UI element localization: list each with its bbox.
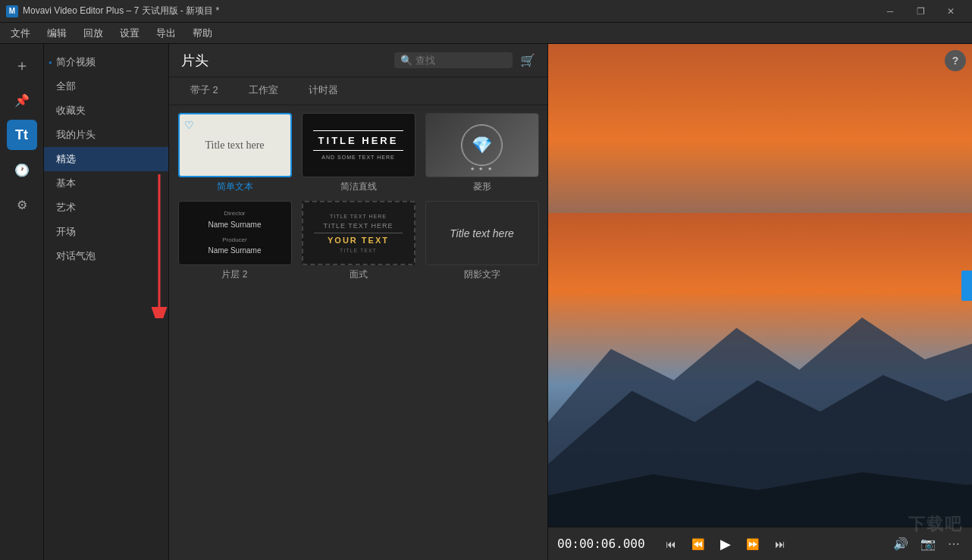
template-thumb-simple-text[interactable]: ♡ Title text here bbox=[178, 113, 292, 177]
nav-my-titles[interactable]: 我的片头 bbox=[44, 123, 168, 147]
app-logo: M bbox=[6, 5, 18, 17]
more-button[interactable]: ⋯ bbox=[945, 533, 963, 554]
content-header: 片头 🔍 🛒 bbox=[169, 44, 547, 77]
nav-intro-video[interactable]: 简介视频 bbox=[44, 50, 168, 74]
main-area: ＋ 📌 Tt 🕐 ⚙ 简介视频 全部 收藏夹 我的片头 精选 基本 艺术 开场 … bbox=[0, 44, 972, 560]
menu-edit[interactable]: 编辑 bbox=[39, 24, 74, 42]
thumb-your-text: YOUR TEXT bbox=[314, 233, 403, 245]
scroll-right-indicator bbox=[961, 271, 972, 301]
preview-background bbox=[548, 44, 972, 527]
content-panel: 片头 🔍 🛒 带子 2 工作室 计时器 ♡ Title text here 简单… bbox=[169, 44, 548, 560]
cat-tab-timer[interactable]: 计时器 bbox=[293, 77, 353, 105]
preview-area: ? bbox=[548, 44, 972, 527]
nav-opening[interactable]: 开场 bbox=[44, 220, 168, 244]
template-thumb-clean-line[interactable]: TITLE HERE AND SOME TEXT HERE bbox=[302, 113, 415, 177]
nav-art[interactable]: 艺术 bbox=[44, 196, 168, 220]
cat-tab-studio[interactable]: 工作室 bbox=[234, 77, 293, 105]
template-label-director: 片层 2 bbox=[221, 268, 247, 281]
template-thumb-director[interactable]: Director Name Surname Producer Name Surn… bbox=[178, 201, 292, 265]
sidebar-titles[interactable]: Tt bbox=[7, 120, 37, 150]
sidebar-icons: ＋ 📌 Tt 🕐 ⚙ bbox=[0, 44, 44, 560]
nav-all[interactable]: 全部 bbox=[44, 74, 168, 99]
thumb-director-text: Director Name Surname Producer Name Surn… bbox=[208, 209, 261, 258]
template-director[interactable]: Director Name Surname Producer Name Surn… bbox=[177, 201, 293, 281]
cart-icon[interactable]: 🛒 bbox=[520, 53, 535, 67]
watermark: 下载吧 bbox=[908, 513, 963, 536]
maximize-button[interactable]: ❐ bbox=[905, 0, 936, 23]
template-label-shadow-title: 阴影文字 bbox=[464, 268, 500, 281]
template-shadow-title[interactable]: Title text here 阴影文字 bbox=[424, 201, 540, 281]
nav-basic[interactable]: 基本 bbox=[44, 171, 168, 196]
menu-playback[interactable]: 回放 bbox=[76, 24, 111, 42]
template-simple-text[interactable]: ♡ Title text here 简单文本 bbox=[177, 113, 293, 193]
next-button[interactable]: ⏭ bbox=[770, 533, 791, 555]
snapshot-button[interactable]: 📷 bbox=[917, 533, 939, 554]
template-label-your-text: 面式 bbox=[350, 268, 368, 281]
sidebar-add-media[interactable]: ＋ bbox=[7, 50, 37, 80]
titlebar: M Movavi Video Editor Plus – 7 天试用版 - 新项… bbox=[0, 0, 972, 23]
content-title: 片头 bbox=[181, 52, 387, 70]
template-label-clean-line: 简洁直线 bbox=[340, 180, 377, 193]
template-your-text[interactable]: TITLE TEXT HERE TITLE TEXT HERE YOUR TEX… bbox=[300, 201, 416, 281]
menu-settings[interactable]: 设置 bbox=[112, 24, 147, 42]
help-button[interactable]: ? bbox=[945, 50, 966, 71]
preview-panel: ? 00:00:06.000 ⏮ ⏪ ▶ ⏩ ⏭ 🔊 📷 ⋯ bbox=[548, 44, 972, 560]
thumb-text-simple: Title text here bbox=[205, 139, 264, 152]
thumb-title-big: TITLE HERE bbox=[318, 135, 399, 146]
template-thumb-your-text[interactable]: TITLE TEXT HERE TITLE TEXT HERE YOUR TEX… bbox=[302, 201, 415, 265]
template-thumb-shadow-title[interactable]: Title text here bbox=[425, 201, 539, 265]
template-label-diamond: 菱形 bbox=[473, 180, 491, 193]
close-button[interactable]: ✕ bbox=[936, 0, 966, 23]
template-thumb-diamond[interactable]: 💎 ★ ★ ★ bbox=[425, 113, 539, 177]
search-box: 🔍 bbox=[394, 52, 513, 68]
search-input[interactable] bbox=[415, 55, 506, 66]
thumb-shadow-text: Title text here bbox=[450, 227, 514, 239]
timecode-display: 00:00:06.000 bbox=[557, 537, 645, 551]
nav-panel: 简介视频 全部 收藏夹 我的片头 精选 基本 艺术 开场 对话气泡 bbox=[44, 44, 169, 560]
minimize-button[interactable]: ─ bbox=[875, 0, 905, 23]
menu-file[interactable]: 文件 bbox=[3, 24, 38, 42]
template-label-simple-text: 简单文本 bbox=[217, 180, 253, 193]
nav-favorites[interactable]: 收藏夹 bbox=[44, 99, 168, 123]
prev-button[interactable]: ⏮ bbox=[660, 533, 682, 555]
app-title: Movavi Video Editor Plus – 7 天试用版 - 新项目 … bbox=[23, 5, 219, 17]
category-tabs: 带子 2 工作室 计时器 bbox=[169, 77, 547, 105]
menu-help[interactable]: 帮助 bbox=[185, 24, 220, 42]
thumb-small-text: TITLE TEXT HERE bbox=[330, 214, 387, 219]
template-clean-line[interactable]: TITLE HERE AND SOME TEXT HERE 简洁直线 bbox=[300, 113, 416, 193]
template-grid: ♡ Title text here 简单文本 TITLE HERE AND SO… bbox=[169, 105, 547, 560]
nav-speech-bubble[interactable]: 对话气泡 bbox=[44, 244, 168, 268]
menubar: 文件 编辑 回放 设置 导出 帮助 bbox=[0, 23, 972, 44]
sidebar-history[interactable]: 🕐 bbox=[7, 155, 37, 185]
nav-featured[interactable]: 精选 bbox=[44, 147, 168, 171]
thumb-title-sub: AND SOME TEXT HERE bbox=[321, 155, 394, 160]
sidebar-pin[interactable]: 📌 bbox=[7, 85, 37, 115]
cat-tab-ribbon[interactable]: 带子 2 bbox=[175, 77, 234, 105]
thumb-small-text2: TITLE TEXT HERE bbox=[323, 222, 393, 230]
step-forward-button[interactable]: ⏩ bbox=[742, 533, 763, 555]
template-diamond[interactable]: 💎 ★ ★ ★ 菱形 bbox=[424, 113, 540, 193]
play-button[interactable]: ▶ bbox=[715, 533, 736, 555]
search-icon: 🔍 bbox=[400, 55, 412, 66]
titlebar-controls: ─ ❐ ✕ bbox=[875, 0, 966, 23]
step-back-button[interactable]: ⏪ bbox=[688, 533, 709, 555]
menu-export[interactable]: 导出 bbox=[149, 24, 183, 42]
volume-button[interactable]: 🔊 bbox=[890, 533, 911, 554]
titlebar-left: M Movavi Video Editor Plus – 7 天试用版 - 新项… bbox=[6, 5, 219, 17]
thumb-bottom-text: TITLE TEXT bbox=[340, 248, 377, 253]
diamond-circle: 💎 bbox=[461, 124, 503, 166]
mountain-silhouette bbox=[548, 213, 972, 527]
heart-icon[interactable]: ♡ bbox=[184, 119, 194, 131]
sidebar-tools[interactable]: ⚙ bbox=[7, 189, 37, 220]
